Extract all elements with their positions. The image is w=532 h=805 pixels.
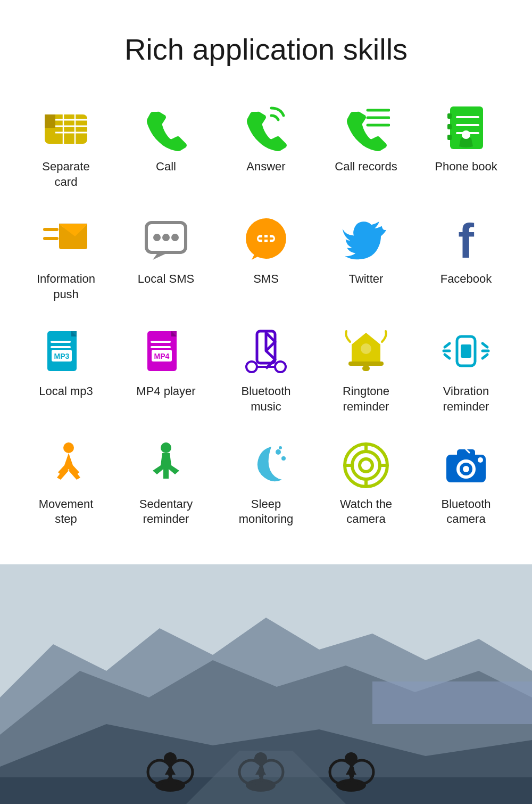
- ringtone-reminder-label: Ringtonereminder: [343, 384, 389, 414]
- svg-rect-99: [372, 681, 532, 724]
- icon-call: Call: [116, 93, 216, 206]
- icon-facebook: f Facebook: [416, 206, 516, 318]
- svg-rect-76: [457, 449, 475, 457]
- call-label: Call: [156, 159, 176, 175]
- facebook-label: Facebook: [440, 272, 492, 287]
- svg-line-59: [483, 343, 487, 347]
- local-mp3-label: Local mp3: [39, 384, 93, 399]
- bluetooth-music-icon: [242, 328, 290, 376]
- svg-point-63: [63, 442, 74, 453]
- svg-point-49: [246, 362, 257, 372]
- vibration-reminder-label: Vibrationreminder: [443, 384, 489, 414]
- svg-point-66: [281, 456, 286, 461]
- call-records-icon: [342, 104, 390, 152]
- sedentary-reminder-label: Sedentaryreminder: [139, 497, 193, 527]
- local-sms-label: Local SMS: [138, 272, 194, 287]
- svg-point-80: [478, 457, 483, 463]
- svg-point-17: [462, 130, 470, 139]
- icon-call-records: Call records: [316, 93, 416, 206]
- sleep-monitoring-icon: [242, 441, 290, 489]
- svg-point-70: [360, 459, 372, 472]
- mp4-player-label: MP4 player: [136, 384, 195, 399]
- svg-rect-12: [447, 124, 452, 129]
- call-records-label: Call records: [335, 159, 397, 175]
- mp4-player-icon: MP4: [142, 328, 190, 376]
- icon-sedentary-reminder: Sedentaryreminder: [116, 431, 216, 543]
- information-push-icon: [42, 216, 90, 264]
- svg-rect-13: [447, 135, 452, 140]
- information-push-label: Informationpush: [37, 272, 95, 302]
- icon-local-sms: Local SMS: [116, 206, 216, 318]
- svg-point-65: [276, 449, 281, 455]
- icon-phone-book: Phone book: [416, 93, 516, 206]
- svg-point-79: [463, 466, 469, 472]
- icon-local-mp3: MP3 Local mp3: [16, 318, 116, 430]
- icon-watch-the-camera: Watch thecamera: [316, 431, 416, 543]
- icon-movement-step: Movementstep: [16, 431, 116, 543]
- svg-point-54: [361, 343, 371, 354]
- svg-point-26: [171, 234, 179, 241]
- icon-vibration-reminder: Vibrationreminder: [416, 318, 516, 430]
- svg-text:MP3: MP3: [54, 352, 70, 360]
- sleep-monitoring-label: Sleepmonitoring: [239, 497, 294, 527]
- ringtone-reminder-icon: [342, 328, 390, 376]
- page-wrapper: Rich application skills Separatecard: [0, 0, 532, 805]
- svg-point-69: [352, 451, 380, 479]
- watch-the-camera-label: Watch thecamera: [340, 497, 392, 527]
- separate-card-label: Separatecard: [42, 159, 89, 190]
- svg-line-56: [445, 343, 450, 347]
- icon-bluetooth-music: Bluetoothmusic: [216, 318, 316, 430]
- separate-card-icon: [42, 104, 90, 152]
- svg-text:f: f: [458, 216, 475, 264]
- top-section: Rich application skills Separatecard: [0, 0, 532, 564]
- background-landscape: [0, 564, 532, 804]
- answer-label: Answer: [246, 159, 285, 175]
- answer-icon: [242, 104, 290, 152]
- svg-line-61: [483, 355, 487, 358]
- icon-ringtone-reminder: Ringtonereminder: [316, 318, 416, 430]
- svg-point-50: [275, 362, 286, 372]
- svg-point-64: [161, 442, 171, 453]
- local-sms-icon: [142, 216, 190, 264]
- svg-text:MP4: MP4: [154, 352, 170, 360]
- svg-point-86: [155, 779, 185, 792]
- call-icon: [142, 104, 190, 152]
- svg-point-67: [279, 446, 282, 449]
- page-title: Rich application skills: [11, 32, 521, 67]
- svg-rect-62: [461, 344, 471, 358]
- svg-point-97: [345, 752, 358, 765]
- svg-point-25: [162, 234, 170, 241]
- local-mp3-icon: MP3: [42, 328, 90, 376]
- phone-book-icon: [442, 104, 490, 152]
- svg-line-58: [445, 355, 450, 358]
- svg-point-24: [153, 234, 161, 241]
- icon-answer: Answer: [216, 93, 316, 206]
- movement-step-label: Movementstep: [39, 497, 94, 527]
- icon-separate-card: Separatecard: [16, 93, 116, 206]
- vibration-reminder-icon: [442, 328, 490, 376]
- sedentary-reminder-icon: [142, 441, 190, 489]
- icon-mp4-player: MP4 MP4 player: [116, 318, 216, 430]
- sms-icon: [242, 216, 290, 264]
- svg-rect-11: [447, 113, 452, 119]
- svg-marker-1: [45, 114, 55, 128]
- movement-step-icon: [42, 441, 90, 489]
- bluetooth-camera-label: Bluetoothcamera: [442, 497, 491, 527]
- sms-label: SMS: [253, 272, 279, 287]
- bluetooth-camera-icon: [442, 441, 490, 489]
- bluetooth-music-label: Bluetoothmusic: [242, 384, 291, 414]
- svg-rect-53: [362, 366, 370, 371]
- svg-rect-52: [348, 362, 384, 366]
- icon-sleep-monitoring: Sleepmonitoring: [216, 431, 316, 543]
- icon-sms: SMS: [216, 206, 316, 318]
- twitter-label: Twitter: [349, 272, 384, 287]
- icon-twitter: Twitter: [316, 206, 416, 318]
- watch-the-camera-icon: [342, 441, 390, 489]
- phone-book-label: Phone book: [435, 159, 497, 175]
- facebook-icon: f: [442, 216, 490, 264]
- twitter-icon: [342, 216, 390, 264]
- icons-grid: Separatecard Call Ans: [11, 93, 521, 543]
- icon-information-push: Informationpush: [16, 206, 116, 318]
- icon-bluetooth-camera: Bluetoothcamera: [416, 431, 516, 543]
